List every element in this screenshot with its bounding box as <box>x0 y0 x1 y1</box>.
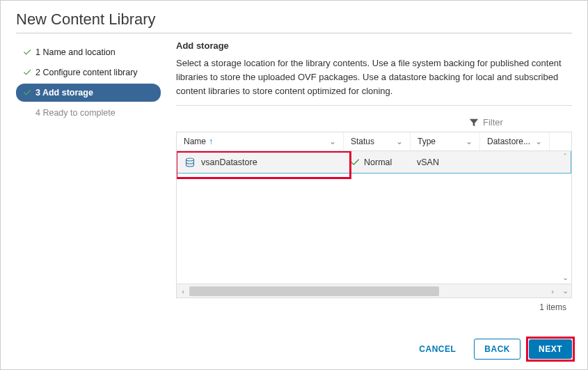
column-label: Status <box>351 137 374 146</box>
datastore-name: vsanDatastore <box>201 157 257 167</box>
scroll-left-icon[interactable]: ‹ <box>177 287 189 295</box>
filter-input[interactable] <box>483 117 566 128</box>
datastore-icon <box>184 157 196 168</box>
cell-type: vSAN <box>410 151 479 173</box>
chevron-down-icon: ⌄ <box>396 137 403 146</box>
step-label: 4 Ready to complete <box>35 108 116 118</box>
grid-header: Name↑ ⌄ Status ⌄ Type ⌄ Datastore... ⌄ <box>177 132 571 151</box>
column-label: Type <box>418 137 436 146</box>
filter-row <box>176 114 572 132</box>
check-icon <box>22 68 33 77</box>
wizard-title: New Content Library <box>1 1 587 33</box>
status-label: Normal <box>364 157 392 167</box>
scroll-up-icon[interactable]: ˆ <box>564 153 566 161</box>
check-icon <box>22 48 33 56</box>
chevron-down-icon: ⌄ <box>535 137 542 146</box>
scrollbar-thumb[interactable] <box>189 286 439 296</box>
column-header-type[interactable]: Type ⌄ <box>411 132 480 151</box>
scrollbar-track[interactable] <box>189 286 546 296</box>
column-label: Name <box>184 137 206 146</box>
sort-asc-icon: ↑ <box>209 137 213 146</box>
horizontal-scrollbar[interactable]: ‹ › ⌄ <box>177 284 571 298</box>
column-header-datastore-cluster[interactable]: Datastore... ⌄ <box>480 132 550 151</box>
wizard-actions: CANCEL BACK NEXT <box>409 339 572 360</box>
step-label: 2 Configure content library <box>35 68 138 77</box>
cell-name: vsanDatastore <box>177 151 343 173</box>
column-header-name[interactable]: Name↑ ⌄ <box>177 132 344 151</box>
section-divider <box>176 105 572 106</box>
column-spacer <box>550 132 571 151</box>
step-add-storage[interactable]: 3 Add storage <box>16 84 161 102</box>
cancel-button[interactable]: CANCEL <box>409 339 466 359</box>
column-header-status[interactable]: Status ⌄ <box>344 132 411 151</box>
step-label: 1 Name and location <box>35 47 116 57</box>
chevron-down-icon: ⌄ <box>466 137 472 146</box>
next-button[interactable]: NEXT <box>529 339 572 359</box>
table-row[interactable]: vsanDatastore Normal vSAN <box>177 151 571 174</box>
vertical-scrollbar[interactable]: ˆ ⌄ <box>559 151 571 284</box>
cell-datastore-cluster <box>479 151 549 173</box>
svg-point-0 <box>186 158 194 161</box>
scroll-down-icon[interactable]: ⌄ <box>559 286 571 295</box>
cell-status: Normal <box>343 151 410 173</box>
grid-body: vsanDatastore Normal vSAN ˆ ⌄ <box>177 151 571 284</box>
next-button-wrap: NEXT <box>529 339 572 359</box>
scroll-down-icon[interactable]: ⌄ <box>562 273 569 282</box>
step-ready-complete: 4 Ready to complete <box>16 104 161 122</box>
scroll-right-icon[interactable]: › <box>546 287 559 295</box>
wizard-main: Add storage Select a storage location fo… <box>161 40 572 312</box>
filter-icon <box>469 118 479 128</box>
back-button[interactable]: BACK <box>474 339 521 360</box>
step-configure-library[interactable]: 2 Configure content library <box>16 63 161 82</box>
datastore-grid: Name↑ ⌄ Status ⌄ Type ⌄ Datastore... ⌄ <box>176 132 572 298</box>
wizard-content: 1 Name and location 2 Configure content … <box>1 40 587 312</box>
title-divider <box>16 33 572 33</box>
step-name-location[interactable]: 1 Name and location <box>16 43 161 61</box>
step-label: 3 Add storage <box>35 88 93 98</box>
chevron-down-icon: ⌄ <box>329 137 336 146</box>
check-icon <box>22 88 33 97</box>
wizard-dialog: New Content Library 1 Name and location … <box>0 0 588 370</box>
grid-footer: 1 items <box>176 298 572 312</box>
wizard-steps-sidebar: 1 Name and location 2 Configure content … <box>16 40 161 312</box>
section-description: Select a storage location for the librar… <box>176 56 572 98</box>
column-label: Datastore... <box>487 137 530 146</box>
section-title: Add storage <box>176 40 572 51</box>
status-ok-icon <box>350 157 360 167</box>
